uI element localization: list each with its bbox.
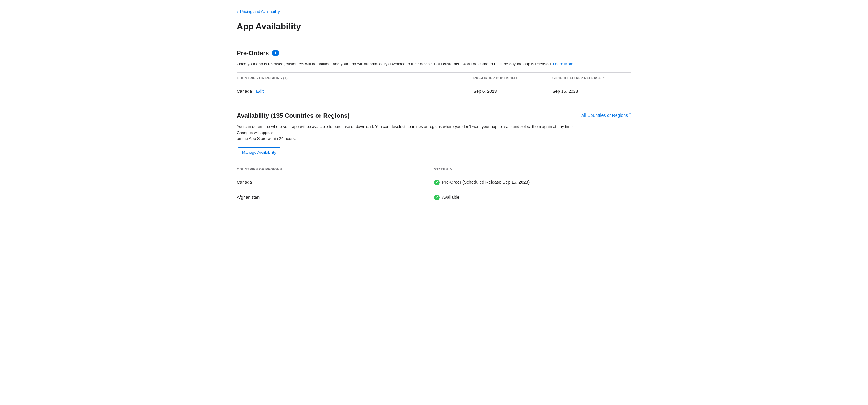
edit-link[interactable]: Edit <box>256 89 264 94</box>
status-text: Pre-Order (Scheduled Release Sep 15, 202… <box>442 179 530 186</box>
preorders-table: COUNTRIES OR REGIONS (1) PRE-ORDER PUBLI… <box>237 72 631 99</box>
page-container: ‹ Pricing and Availability App Availabil… <box>218 0 650 236</box>
availability-status-cell-canada: Pre-Order (Scheduled Release Sep 15, 202… <box>434 175 631 190</box>
preorders-col-preorder-header: PRE-ORDER PUBLISHED <box>473 73 552 84</box>
preorders-section: Pre-Orders + Once your app is released, … <box>237 49 631 99</box>
availability-country-cell-afghanistan: Afghanistan <box>237 190 434 205</box>
chevron-icon: ‹ <box>237 9 238 15</box>
preorders-country-cell: Canada Edit <box>237 84 473 99</box>
page-title: App Availability <box>237 20 631 32</box>
availability-col-country-header: COUNTRIES OR REGIONS <box>237 164 434 175</box>
availability-title: Availability (135 Countries or Regions) <box>237 111 349 120</box>
learn-more-link[interactable]: Learn More <box>553 62 573 66</box>
preorders-description: Once your app is released, customers wil… <box>237 61 576 67</box>
sort-status-arrow-icon: ^ <box>450 168 452 171</box>
status-cell: Available <box>434 194 631 201</box>
status-available-icon <box>434 180 439 185</box>
chevron-down-icon: ˅ <box>629 113 631 119</box>
availability-header-row: Availability (135 Countries or Regions) … <box>237 111 631 120</box>
manage-availability-button[interactable]: Manage Availability <box>237 147 281 157</box>
availability-country-cell-canada: Canada <box>237 175 434 190</box>
preorders-header: Pre-Orders + <box>237 49 631 57</box>
preorders-title: Pre-Orders <box>237 49 269 57</box>
availability-description: You can determine where your app will be… <box>237 124 576 142</box>
breadcrumb-link[interactable]: Pricing and Availability <box>240 9 280 14</box>
status-available-icon <box>434 195 439 200</box>
status-text: Available <box>442 194 460 201</box>
availability-table: COUNTRIES OR REGIONS STATUS ^ Canada Pre… <box>237 164 631 205</box>
availability-status-cell-afghanistan: Available <box>434 190 631 205</box>
breadcrumb: ‹ Pricing and Availability <box>237 9 631 15</box>
preorders-col-release-header: SCHEDULED APP RELEASE ^ <box>552 73 631 84</box>
availability-col-status-header: STATUS ^ <box>434 164 631 175</box>
table-row: Canada Pre-Order (Scheduled Release Sep … <box>237 175 631 190</box>
preorders-date-cell: Sep 6, 2023 <box>473 84 552 99</box>
status-cell: Pre-Order (Scheduled Release Sep 15, 202… <box>434 179 631 186</box>
preorders-col-country-header: COUNTRIES OR REGIONS (1) <box>237 73 473 84</box>
all-countries-link[interactable]: All Countries or Regions ˅ <box>581 113 631 119</box>
table-row: Afghanistan Available <box>237 190 631 205</box>
country-name: Canada <box>237 89 252 94</box>
preorders-release-cell: Sep 15, 2023 <box>552 84 631 99</box>
add-preorder-button[interactable]: + <box>272 50 279 56</box>
table-row: Canada Edit Sep 6, 2023 Sep 15, 2023 <box>237 84 631 99</box>
availability-section: Availability (135 Countries or Regions) … <box>237 111 631 205</box>
sort-arrow-icon: ^ <box>603 76 605 80</box>
section-divider <box>237 38 631 39</box>
